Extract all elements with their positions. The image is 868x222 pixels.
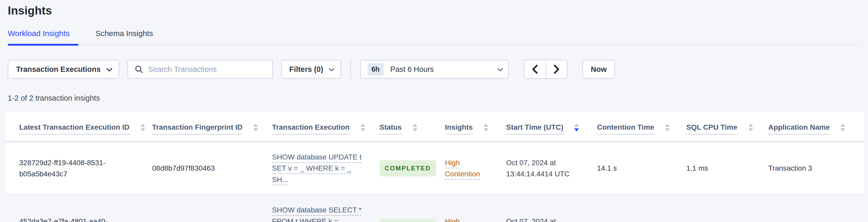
- cell-contention-time: 21.3 s: [591, 195, 680, 222]
- transaction-execution-link[interactable]: SHOW database SELECT * FROM t WHERE k = …: [272, 206, 362, 222]
- column-header-transaction-execution[interactable]: Transaction Execution: [266, 112, 373, 142]
- column-header-status[interactable]: Status: [373, 112, 439, 142]
- results-count: 1-2 of 2 transaction insights: [8, 94, 860, 102]
- sort-arrows-icon: [665, 124, 670, 131]
- chevron-right-icon: [553, 65, 560, 74]
- sort-arrows-icon: [141, 124, 145, 131]
- column-header-insights[interactable]: Insights: [439, 112, 500, 142]
- toolbar: Transaction Executions Filters (0) 6h Pa…: [8, 60, 860, 79]
- tab-bar: Workload Insights Schema Insights: [8, 29, 860, 45]
- chevron-down-icon: [498, 66, 503, 71]
- time-nav-group: [524, 60, 567, 79]
- cell-sql-cpu-time: 1.1 ms: [680, 142, 762, 195]
- time-range-badge: 6h: [368, 63, 384, 76]
- sort-arrows-icon: [361, 124, 365, 131]
- cell-execution-id: 328729d2-ff19-4408-8531- b05a5b4e43c7: [6, 142, 146, 195]
- status-badge: COMPLETED: [379, 160, 436, 176]
- time-range-picker[interactable]: 6h Past 6 Hours: [360, 60, 509, 78]
- time-prev-button[interactable]: [524, 60, 546, 78]
- insights-table-container: Latest Transaction Execution ID Transact…: [6, 112, 864, 222]
- cell-start-time: Oct 07, 2024 at 13:44:07.447 UTC: [500, 195, 591, 222]
- sort-arrows-icon: [253, 124, 258, 131]
- cell-application-name: Transaction 3: [762, 142, 864, 195]
- status-badge: COMPLETED: [379, 219, 436, 222]
- insight-link-high-contention[interactable]: High Contention: [445, 159, 480, 178]
- cell-execution-id: 452da3e7-e7fa-4801-aa40- c59988d14eb6: [6, 195, 146, 222]
- execution-type-dropdown-label: Transaction Executions: [16, 65, 101, 74]
- tab-schema-insights[interactable]: Schema Insights: [95, 29, 162, 44]
- column-header-contention-time[interactable]: Contention Time: [591, 112, 680, 142]
- column-header-transaction-fingerprint-id[interactable]: Transaction Fingerprint ID: [146, 112, 266, 142]
- column-header-sql-cpu-time[interactable]: SQL CPU Time: [680, 112, 762, 142]
- filters-dropdown[interactable]: Filters (0): [281, 60, 341, 78]
- now-button-label: Now: [591, 65, 607, 74]
- filters-dropdown-label: Filters (0): [289, 65, 323, 74]
- table-header-row: Latest Transaction Execution ID Transact…: [6, 112, 864, 142]
- cell-sql-cpu-time: 716.3 µs: [680, 195, 762, 222]
- insights-table: Latest Transaction Execution ID Transact…: [6, 112, 864, 222]
- now-button[interactable]: Now: [583, 60, 615, 78]
- sort-arrows-icon: [840, 124, 845, 131]
- insights-page: Insights Workload Insights Schema Insigh…: [0, 0, 868, 222]
- execution-type-dropdown[interactable]: Transaction Executions: [8, 60, 119, 78]
- sort-arrows-icon-active-desc: [574, 124, 579, 131]
- cell-fingerprint-id: 08d8b7d97f830463: [146, 142, 266, 195]
- cell-application-name: Transaction 2: [762, 195, 864, 222]
- time-next-button[interactable]: [546, 60, 567, 78]
- column-header-latest-transaction-execution-id[interactable]: Latest Transaction Execution ID: [6, 112, 146, 142]
- tab-workload-insights[interactable]: Workload Insights: [8, 29, 79, 44]
- magnifier-icon: [134, 65, 144, 74]
- toolbar-divider: [350, 60, 351, 79]
- sort-arrows-icon: [484, 124, 488, 131]
- insight-link-high-contention[interactable]: High Contention: [445, 217, 480, 222]
- cell-contention-time: 14.1 s: [591, 142, 680, 195]
- time-range-label: Past 6 Hours: [391, 65, 491, 74]
- sort-arrows-icon: [413, 124, 417, 131]
- column-header-start-time[interactable]: Start Time (UTC): [500, 112, 591, 142]
- table-row: 452da3e7-e7fa-4801-aa40- c59988d14eb6 48…: [6, 195, 864, 222]
- search-input[interactable]: [148, 65, 266, 74]
- search-box[interactable]: [127, 60, 273, 78]
- cell-start-time: Oct 07, 2024 at 13:44:14.4414 UTC: [500, 142, 591, 195]
- chevron-left-icon: [532, 65, 538, 74]
- chevron-down-icon: [106, 65, 113, 71]
- page-title: Insights: [8, 0, 860, 17]
- chevron-down-icon: [329, 66, 334, 71]
- column-header-application-name[interactable]: Application Name: [762, 112, 864, 142]
- cell-fingerprint-id: 480a8b217be006fe: [146, 195, 266, 222]
- transaction-execution-link[interactable]: SHOW database UPDATE t SET v = _ WHERE k…: [272, 153, 362, 184]
- sort-arrows-icon: [748, 124, 753, 131]
- table-row: 328729d2-ff19-4408-8531- b05a5b4e43c7 08…: [6, 142, 864, 195]
